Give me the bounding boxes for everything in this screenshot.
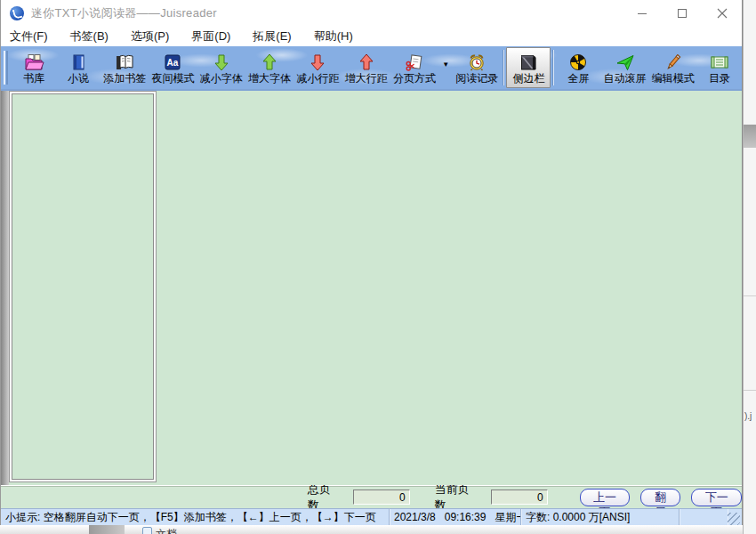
toolbar-toc-button[interactable]: 目录 [697, 47, 742, 88]
content-area [1, 91, 742, 485]
toolbar-separator [552, 50, 554, 85]
status-date: 2021/3/8 [394, 511, 436, 523]
menu-options[interactable]: 选项(P) [131, 28, 169, 44]
edit-mode-icon [664, 53, 683, 72]
background-tab-fragment [89, 525, 125, 534]
sidebar-icon [519, 53, 538, 72]
toolbar-grip-handle[interactable] [4, 51, 8, 85]
minimize-button[interactable] [622, 0, 662, 27]
window-left-frame [1, 91, 9, 485]
window-controls [622, 0, 742, 27]
sidebar-panel [12, 93, 154, 480]
toolbar-edit-mode-button[interactable]: 编辑模式 [649, 47, 697, 88]
background-doc-fragment: 文档 [142, 527, 177, 534]
app-icon [10, 6, 24, 20]
toolbar-auto-scroll-button[interactable]: 自动滚屏 [600, 47, 648, 88]
close-button[interactable] [702, 0, 742, 27]
night-mode-icon: Aa [163, 53, 182, 72]
toolbar-label: 增大行距 [345, 73, 388, 85]
toolbar-label: 减小字体 [200, 73, 243, 85]
toolbar-label: 阅读记录 [455, 73, 498, 85]
decrease-font-icon [212, 53, 231, 72]
background-window-bottom: 文档 [0, 525, 743, 534]
app-window: 迷你TXT小说阅读器——Juisreader [0, 0, 743, 525]
minimize-icon [637, 8, 647, 19]
toolbar-label: 减小行距 [296, 73, 339, 85]
toolbar-decrease-linespacing-button[interactable]: 减小行距 [294, 47, 342, 88]
svg-text:Aa: Aa [167, 58, 179, 68]
toolbar-novel-button[interactable]: 小说 [56, 47, 101, 88]
add-bookmark-icon [115, 53, 134, 72]
reading-history-icon [467, 53, 487, 72]
toolbar-pagination-mode-button[interactable]: 分页方式 [390, 47, 438, 88]
fullscreen-icon [568, 53, 588, 72]
novel-icon [68, 53, 88, 72]
resize-grip[interactable] [728, 513, 740, 525]
pagination-dropdown-icon[interactable]: ▼ [438, 61, 453, 69]
status-filler [680, 509, 728, 525]
toolbar-label: 增大字体 [248, 73, 291, 85]
maximize-icon [677, 8, 688, 19]
menu-file[interactable]: 文件(F) [10, 28, 48, 44]
background-scrollbar-fragment [744, 125, 756, 148]
window-title: 迷你TXT小说阅读器——Juisreader [31, 5, 217, 21]
toolbar-night-mode-button[interactable]: Aa 夜间模式 [149, 47, 197, 88]
menu-help[interactable]: 帮助(H) [314, 28, 353, 44]
toolbar-sidebar-button[interactable]: 侧边栏 [506, 47, 551, 88]
background-doc-label: 文档 [156, 527, 177, 534]
toolbar-label: 编辑模式 [652, 73, 695, 85]
toolbar-label: 书库 [23, 73, 44, 85]
status-tip: 小提示: 空格翻屏自动下一页，【F5】添加书签，【←】上一页，【→】下一页 [1, 509, 390, 525]
pager-buttons: 上一页 翻屏 下一页 [580, 489, 742, 506]
document-icon [142, 527, 152, 534]
menubar: 文件(F) 书签(B) 选项(P) 界面(D) 拓展(E) 帮助(H) [1, 27, 742, 46]
background-text-fragment: ).j [744, 411, 756, 421]
titlebar: 迷你TXT小说阅读器——Juisreader [1, 0, 742, 27]
status-time: 09:16:39 [445, 511, 487, 523]
background-divider [744, 295, 756, 296]
current-page-field[interactable] [491, 490, 548, 505]
status-bar: 小提示: 空格翻屏自动下一页，【F5】添加书签，【←】上一页，【→】下一页 20… [1, 508, 742, 525]
increase-font-icon [260, 53, 279, 72]
status-word-count: 字数: 0.0000 万[ANSI] [521, 509, 680, 525]
toolbar-reading-history-button[interactable]: 阅读记录 [453, 47, 501, 88]
screen: ).j 文档 迷你TXT小说阅读器——Juisreader [0, 0, 756, 534]
increase-linespacing-icon [357, 53, 376, 72]
toolbar-separator [503, 50, 504, 85]
menu-ui[interactable]: 界面(D) [191, 28, 230, 44]
toolbar-library-button[interactable]: 书库 [12, 47, 56, 88]
background-divider [744, 390, 756, 391]
flip-screen-button[interactable]: 翻屏 [640, 489, 680, 506]
toolbar-label: 夜间模式 [151, 73, 194, 85]
toolbar-increase-font-button[interactable]: 增大字体 [245, 47, 294, 88]
menu-extend[interactable]: 拓展(E) [253, 28, 291, 44]
status-datetime: 2021/3/8 09:16:39 星期一 [390, 509, 521, 525]
toolbar-label: 小说 [68, 73, 89, 85]
decrease-linespacing-icon [308, 53, 327, 72]
status-weekday: 星期一 [495, 510, 521, 525]
toolbar-label: 添加书签 [103, 73, 146, 85]
toolbar-fullscreen-button[interactable]: 全屏 [556, 47, 600, 88]
next-page-button[interactable]: 下一页 [691, 489, 742, 506]
menu-bookmark[interactable]: 书签(B) [70, 28, 109, 44]
pager-bar: 总页数 当前页数 上一页 翻屏 下一页 [1, 485, 742, 508]
toolbar-decrease-font-button[interactable]: 减小字体 [197, 47, 245, 88]
prev-page-button[interactable]: 上一页 [580, 489, 631, 506]
pagination-mode-icon [405, 53, 424, 72]
close-icon [717, 8, 728, 19]
toolbar-label: 全屏 [567, 73, 589, 85]
auto-scroll-icon [615, 53, 635, 72]
toolbar-add-bookmark-button[interactable]: 添加书签 [101, 47, 149, 88]
toolbar-label: 自动滚屏 [604, 73, 647, 85]
library-icon [24, 53, 44, 72]
maximize-button[interactable] [662, 0, 702, 27]
toolbar-label: 侧边栏 [512, 73, 544, 85]
toolbar-label: 分页方式 [393, 73, 436, 85]
toolbar-increase-linespacing-button[interactable]: 增大行距 [342, 47, 390, 88]
background-window-right: ).j [743, 0, 756, 534]
toc-icon [710, 53, 729, 72]
total-pages-field[interactable] [353, 490, 410, 505]
toolbar: 书库 小说 [1, 46, 742, 89]
toolbar-label: 目录 [709, 73, 730, 85]
